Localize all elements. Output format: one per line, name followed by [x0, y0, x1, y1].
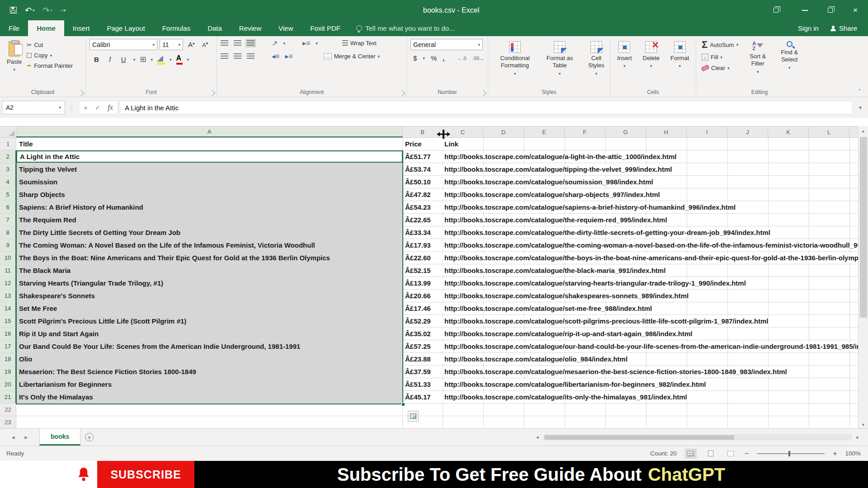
column-header-E[interactable]: E: [524, 127, 565, 137]
align-left-icon[interactable]: [221, 53, 228, 59]
tell-me-box[interactable]: Tell me what you want to do...: [349, 20, 462, 36]
zoom-slider[interactable]: [757, 453, 825, 454]
comma-format-button[interactable]: ,: [443, 54, 444, 62]
normal-view-icon[interactable]: [685, 449, 697, 459]
scroll-left-icon[interactable]: ◂: [533, 434, 542, 440]
link-cell[interactable]: http://books.toscrape.com/catalogue/shak…: [443, 290, 858, 302]
format-as-table-button[interactable]: Format as Table▾: [541, 39, 579, 87]
empty-cell[interactable]: [16, 416, 403, 428]
horizontal-scrollbar[interactable]: ◂ ▸: [533, 429, 868, 446]
price-cell[interactable]: Â£47.82: [403, 188, 443, 201]
row-header[interactable]: 21: [0, 391, 16, 403]
cut-button[interactable]: ✂Cut: [25, 41, 75, 49]
title-cell[interactable]: The Requiem Red: [16, 214, 403, 226]
price-cell[interactable]: Â£22.60: [403, 252, 443, 264]
price-cell[interactable]: Â£54.23: [403, 201, 443, 213]
row-header[interactable]: 9: [0, 239, 16, 251]
cell-styles-button[interactable]: Cell Styles▾: [581, 39, 611, 87]
price-cell[interactable]: Â£33.34: [403, 226, 443, 239]
price-cell[interactable]: Â£22.65: [403, 214, 443, 226]
zoom-level[interactable]: 100%: [845, 450, 861, 457]
link-cell[interactable]: http://books.toscrape.com/catalogue/libe…: [443, 378, 858, 390]
orientation-icon[interactable]: ↗: [272, 39, 278, 47]
column-header-L[interactable]: L: [809, 127, 849, 137]
format-cells-button[interactable]: Format▾: [667, 39, 692, 87]
select-all-corner[interactable]: [0, 127, 16, 137]
page-layout-view-icon[interactable]: [705, 449, 717, 459]
link-cell[interactable]: http://books.toscrape.com/catalogue/soum…: [443, 176, 858, 188]
cell-A1[interactable]: Title: [16, 138, 403, 150]
column-header-J[interactable]: J: [727, 127, 768, 137]
currency-format-button[interactable]: $: [413, 54, 417, 62]
title-cell[interactable]: Scott Pilgrim's Precious Little Life (Sc…: [16, 315, 403, 327]
copy-button[interactable]: Copy▾: [25, 51, 75, 60]
column-header-H[interactable]: H: [646, 127, 687, 137]
empty-cell[interactable]: [16, 404, 403, 416]
restore-button[interactable]: [817, 0, 843, 20]
price-cell[interactable]: Â£20.66: [403, 290, 443, 302]
add-sheet-button[interactable]: +: [80, 429, 98, 446]
link-cell[interactable]: http://books.toscrape.com/catalogue/sapi…: [443, 201, 858, 213]
row-header[interactable]: 4: [0, 176, 16, 188]
subscribe-button[interactable]: SUBSCRIBE: [97, 461, 194, 488]
close-button[interactable]: ×: [843, 0, 868, 20]
link-cell[interactable]: http://books.toscrape.com/catalogue/its-…: [443, 391, 858, 403]
cell-C1[interactable]: Link: [443, 138, 858, 150]
column-header-D[interactable]: D: [483, 127, 524, 137]
align-middle-icon[interactable]: [234, 40, 241, 46]
title-cell[interactable]: Our Band Could Be Your Life: Scenes from…: [16, 340, 403, 352]
row-header[interactable]: 15: [0, 315, 16, 327]
insert-cells-button[interactable]: Insert▾: [614, 39, 635, 87]
title-cell[interactable]: Tipping the Velvet: [16, 163, 403, 175]
scroll-down-icon[interactable]: ▾: [859, 420, 868, 429]
title-cell[interactable]: Mesaerion: The Best Science Fiction Stor…: [16, 366, 403, 378]
row-header[interactable]: 11: [0, 264, 16, 277]
link-cell[interactable]: http://books.toscrape.com/catalogue/rip-…: [443, 328, 858, 340]
sign-in-link[interactable]: Sign in: [798, 24, 819, 32]
row-header[interactable]: 7: [0, 214, 16, 226]
tab-review[interactable]: Review: [231, 20, 270, 36]
row-header[interactable]: 16: [0, 328, 16, 340]
paste-options-button[interactable]: [408, 411, 419, 422]
price-cell[interactable]: Â£51.77: [403, 150, 443, 163]
link-cell[interactable]: http://books.toscrape.com/catalogue/set-…: [443, 302, 858, 314]
row-header[interactable]: 13: [0, 290, 16, 302]
empty-cell[interactable]: [443, 416, 858, 428]
column-header-C[interactable]: C: [443, 127, 483, 137]
grow-font-button[interactable]: A▴: [185, 40, 198, 49]
row-header[interactable]: 22: [0, 404, 16, 416]
title-cell[interactable]: The Boys in the Boat: Nine Americans and…: [16, 252, 403, 264]
shrink-font-button[interactable]: A▾: [200, 41, 211, 49]
row-header[interactable]: 8: [0, 226, 16, 239]
column-header-I[interactable]: I: [687, 127, 727, 137]
row-header[interactable]: 19: [0, 366, 16, 378]
row-header[interactable]: 14: [0, 302, 16, 314]
title-cell[interactable]: Sharp Objects: [16, 188, 403, 201]
link-cell[interactable]: http://books.toscrape.com/catalogue/the-…: [443, 264, 858, 277]
row-header[interactable]: 5: [0, 188, 16, 201]
clear-button[interactable]: Clear▾: [700, 64, 740, 72]
percent-format-button[interactable]: %: [431, 54, 437, 62]
row-header[interactable]: 20: [0, 378, 16, 390]
link-cell[interactable]: http://books.toscrape.com/catalogue/our-…: [443, 340, 858, 352]
fill-color-icon[interactable]: ◢: [157, 54, 165, 65]
tab-file[interactable]: File: [0, 20, 28, 36]
zoom-out-icon[interactable]: −: [745, 450, 749, 458]
vertical-scroll-thumb[interactable]: [860, 137, 867, 318]
price-cell[interactable]: Â£13.99: [403, 277, 443, 289]
enter-icon[interactable]: ✓: [95, 103, 101, 112]
font-color-icon[interactable]: A: [176, 54, 183, 65]
sheet-tab-books[interactable]: books: [39, 429, 80, 446]
align-right-icon[interactable]: [247, 53, 255, 59]
cancel-icon[interactable]: ×: [84, 104, 88, 112]
zoom-slider-thumb[interactable]: [788, 451, 790, 456]
title-cell[interactable]: Soumission: [16, 176, 403, 188]
link-cell[interactable]: http://books.toscrape.com/catalogue/the-…: [443, 226, 858, 239]
save-icon[interactable]: [10, 7, 17, 14]
price-cell[interactable]: Â£57.25: [403, 340, 443, 352]
vertical-scrollbar[interactable]: ▴ ▾: [858, 126, 868, 429]
tab-data[interactable]: Data: [199, 20, 231, 36]
customize-toolbar-icon[interactable]: ═▾: [61, 8, 66, 13]
scroll-right-icon[interactable]: ▸: [854, 434, 862, 440]
next-sheet-icon[interactable]: ▸: [25, 434, 28, 441]
